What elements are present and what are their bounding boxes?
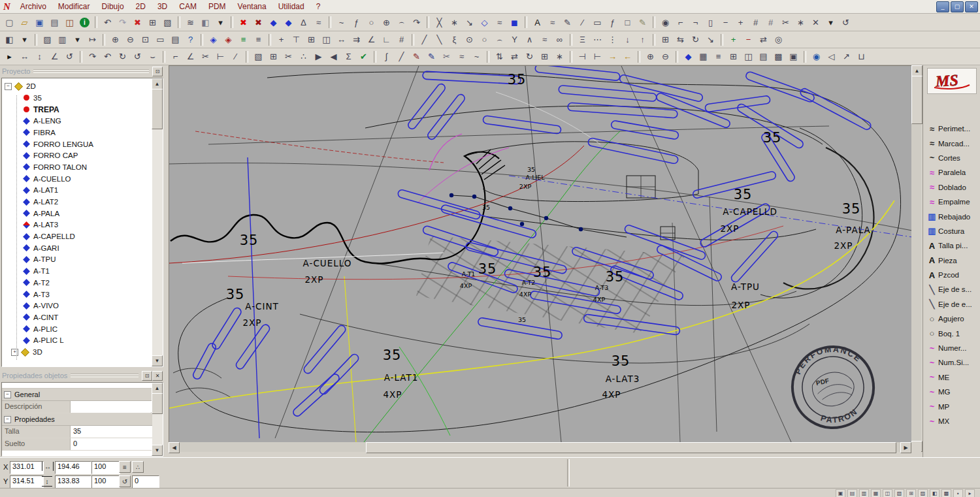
list-icon[interactable]: ≡ <box>119 461 131 473</box>
angle-tool-icon[interactable]: ∠ <box>365 33 378 46</box>
arc-tool-icon[interactable]: ⌢ <box>395 16 408 29</box>
integral-curve-icon[interactable]: ∫ <box>380 50 393 63</box>
speaker-icon[interactable]: ◁ <box>825 50 838 63</box>
menu-item-ventana[interactable]: Ventana <box>232 0 272 13</box>
scroll-up-icon[interactable]: ▲ <box>911 65 923 76</box>
scale-y-field[interactable]: 100 <box>91 475 120 489</box>
width-field[interactable]: 194.46 <box>55 461 91 474</box>
x-coordinate-field[interactable]: 331.01 <box>10 461 44 474</box>
diamond-piece-icon[interactable]: ◆ <box>681 50 695 63</box>
tool-costura[interactable]: ▥Costura <box>926 224 980 238</box>
play-forward-icon[interactable]: ▶ <box>312 50 325 63</box>
layer-select-icon[interactable]: ◧ <box>3 33 16 46</box>
status-mini-icon[interactable]: ◫ <box>883 489 892 497</box>
duplicate-icon[interactable]: ⊞ <box>659 33 672 46</box>
scale-x-field[interactable]: 100 <box>91 461 120 474</box>
scroll-thumb[interactable] <box>152 89 163 129</box>
film-strip-icon[interactable]: ▤ <box>757 50 770 63</box>
tree-item-35[interactable]: 35 <box>2 92 163 104</box>
piece-blue-icon[interactable]: ◈ <box>206 33 220 46</box>
status-mini-icon[interactable]: ▨ <box>918 489 928 497</box>
zoom-out-icon[interactable]: ⊖ <box>123 33 137 46</box>
link-tool-icon[interactable]: ∞ <box>553 33 566 46</box>
tree-item-a-tpu[interactable]: A-TPU <box>2 254 163 266</box>
menu-item-3d[interactable]: 3D <box>152 0 173 13</box>
tool-marcad[interactable]: ≈Marcad... <box>926 136 980 150</box>
tree-item-a-lat2[interactable]: A-LAT2 <box>2 196 163 208</box>
fillet-corner-icon[interactable]: ⌐ <box>169 50 182 63</box>
arc-up-icon[interactable]: ↺ <box>131 50 144 63</box>
delete-icon[interactable]: ✖ <box>131 16 144 29</box>
layer-dropdown-icon[interactable]: ▾ <box>18 33 31 46</box>
arrow-out-icon[interactable]: ↗ <box>840 50 853 63</box>
copy-icon[interactable]: ⊞ <box>146 16 159 29</box>
dots-horizontal-icon[interactable]: ⋯ <box>591 33 604 46</box>
wave-edit-icon[interactable]: ≈ <box>493 16 506 29</box>
magnifier-minus-icon[interactable]: ⊖ <box>659 50 672 63</box>
pin-point-icon[interactable]: ⊤ <box>289 33 303 46</box>
dash-mark-icon[interactable]: − <box>719 16 732 29</box>
cross-line-icon[interactable]: ╳ <box>433 16 446 29</box>
menu-item-2d[interactable]: 2D <box>130 0 152 13</box>
table-grid-icon[interactable]: ⊞ <box>304 33 318 46</box>
new-file-icon[interactable]: ▢ <box>3 16 16 29</box>
hatch-dropdown-icon[interactable]: ▾ <box>71 33 84 46</box>
tree-item-a-cint[interactable]: A-CINT <box>2 312 163 323</box>
tool-mp[interactable]: ~MP <box>926 399 980 413</box>
redo-icon[interactable]: ↷ <box>116 16 129 29</box>
minimize-button[interactable]: _ <box>936 1 949 12</box>
tree-item-forro-cap[interactable]: FORRO CAP <box>2 150 163 161</box>
tool-numer[interactable]: ~Numer... <box>926 341 980 355</box>
pen-blue-icon[interactable]: ✎ <box>425 50 438 63</box>
sheet-icon[interactable]: ▯ <box>704 16 717 29</box>
tree-item-a-t3[interactable]: A-T3 <box>2 289 163 300</box>
menu-item-cam[interactable]: CAM <box>173 0 203 13</box>
grid-snap-icon[interactable]: # <box>395 33 408 46</box>
target-point-icon[interactable]: ◉ <box>659 16 672 29</box>
swap-tool-icon[interactable]: ⇆ <box>674 33 687 46</box>
tree-scrollbar[interactable]: ▲ ▼ <box>152 78 163 366</box>
tray-out-icon[interactable]: ⊔ <box>855 50 868 63</box>
align-right-icon[interactable]: ⊢ <box>591 50 604 63</box>
paste-icon[interactable]: ▧ <box>161 16 174 29</box>
zoom-window-icon[interactable]: ⊡ <box>139 33 152 46</box>
grid-small-icon[interactable]: ▦ <box>696 50 710 63</box>
knife-tool-icon[interactable]: ✂ <box>440 50 453 63</box>
menu-item-archivo[interactable]: Archivo <box>14 0 52 13</box>
scroll-thumb[interactable] <box>152 393 163 414</box>
tree-item-forro-talon[interactable]: FORRO TALON <box>2 161 163 173</box>
menu-item-dibujo[interactable]: Dibujo <box>96 0 130 13</box>
status-mini-icon[interactable]: ▣ <box>836 489 845 497</box>
tool-rebajado[interactable]: ▥Rebajado <box>926 209 980 223</box>
zoom-in-icon[interactable]: ⊕ <box>108 33 122 46</box>
snap-grid-icon[interactable]: ∴ <box>132 461 144 473</box>
scroll-up-icon[interactable]: ▲ <box>152 383 163 394</box>
status-mini-icon[interactable]: ▥ <box>859 489 869 497</box>
annotate-wave-icon[interactable]: ≈ <box>546 16 559 29</box>
menu-item-modificar[interactable]: Modificar <box>52 0 96 13</box>
trim-scissors-icon[interactable]: ✂ <box>199 50 212 63</box>
tool-eje-de-e[interactable]: ╲Eje de e... <box>926 297 980 312</box>
world-view-icon[interactable]: ◉ <box>809 50 823 63</box>
polyline-icon[interactable]: ξ <box>448 33 461 46</box>
tree-item-a-t2[interactable]: A-T2 <box>2 277 163 289</box>
extend-line-icon[interactable]: ⊢ <box>214 50 227 63</box>
talla-field[interactable]: 35 <box>71 426 163 438</box>
circle-tool-icon[interactable]: ○ <box>365 16 378 29</box>
close-button[interactable]: ✕ <box>965 1 978 12</box>
rotate-tool-icon[interactable]: ↻ <box>689 33 702 46</box>
print-preview-icon[interactable]: ▤ <box>169 33 182 46</box>
diagonal-line-2-icon[interactable]: ╲ <box>433 33 446 46</box>
array-copy-icon[interactable]: ⊞ <box>538 50 551 63</box>
line-tool-icon[interactable]: ╱ <box>395 50 408 63</box>
branch-icon[interactable]: Y <box>508 33 521 46</box>
close-tool-icon[interactable]: ✕ <box>809 16 823 29</box>
height-handle-icon[interactable]: ↕ <box>33 50 46 63</box>
plus-mark-icon[interactable]: + <box>734 16 747 29</box>
curve-sine-icon[interactable]: ~ <box>335 16 348 29</box>
tree-item-a-gari[interactable]: A-GARI <box>2 242 163 254</box>
arc-cw-icon[interactable]: ↷ <box>86 50 99 63</box>
tree-item-fibra[interactable]: FIBRA <box>2 127 163 138</box>
tool-paralela[interactable]: ≈Paralela <box>926 165 980 180</box>
status-mini-icon[interactable]: ▸ <box>965 489 975 497</box>
